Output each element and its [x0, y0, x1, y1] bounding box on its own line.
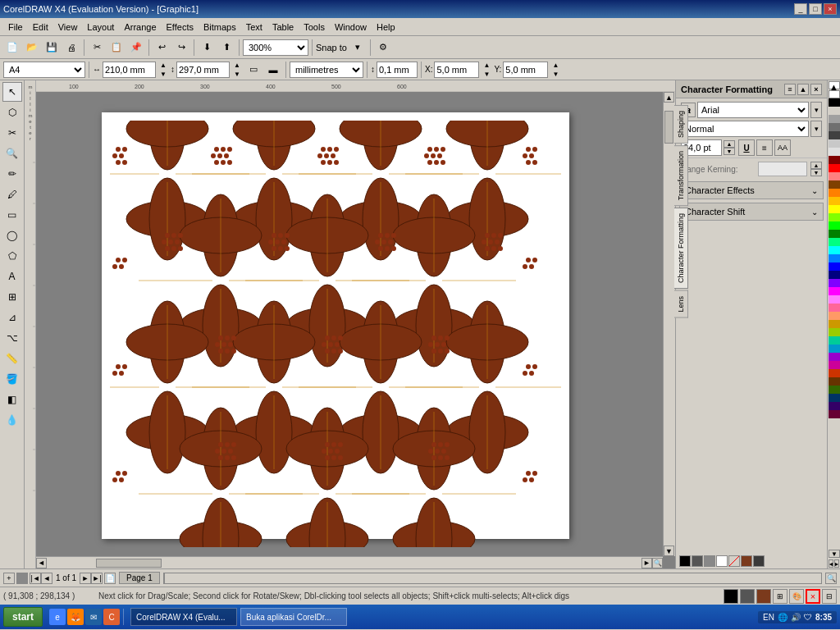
maximize-button[interactable]: □ — [809, 3, 822, 15]
options-button[interactable]: ⚙ — [374, 39, 392, 57]
color-darkgreen[interactable] — [829, 230, 840, 238]
color-gray4[interactable] — [829, 131, 840, 139]
white-swatch[interactable] — [716, 555, 728, 567]
x-down[interactable]: ▼ — [481, 70, 492, 79]
kerning-up-btn[interactable]: ▲ — [810, 162, 822, 169]
color-darkblue[interactable] — [829, 271, 840, 279]
transparency-tool[interactable]: ◧ — [2, 390, 22, 409]
color-darkred[interactable] — [829, 156, 840, 164]
taskbar-app2[interactable]: Buka aplikasi CorelDr... — [240, 608, 347, 626]
color-violet[interactable] — [829, 353, 840, 361]
bottom-brown-swatch[interactable] — [756, 589, 771, 604]
dropper-tool[interactable]: 💧 — [2, 410, 22, 430]
menu-window[interactable]: Window — [330, 21, 372, 34]
firefox-btn[interactable]: 🦊 — [67, 609, 84, 625]
zoom-status-btn[interactable]: 🔍 — [825, 573, 837, 584]
bottom-no-fill-btn[interactable]: × — [806, 589, 820, 604]
char-formatting-tab[interactable]: Character Formatting — [674, 208, 688, 289]
page-tab[interactable]: Page 1 — [119, 572, 160, 584]
palette-prev-btn[interactable]: ◄ — [829, 559, 833, 568]
palette-scroll-up[interactable]: ▲ — [829, 81, 840, 89]
color-maroon[interactable] — [829, 410, 840, 418]
color-white[interactable] — [829, 90, 840, 98]
y-up[interactable]: ▲ — [550, 61, 561, 70]
next-page-btn[interactable]: ► — [80, 573, 91, 584]
underline-btn[interactable]: U — [738, 139, 755, 156]
menu-file[interactable]: File — [3, 21, 28, 34]
open-button[interactable]: 📂 — [23, 39, 41, 57]
caps-btn[interactable]: AA — [774, 139, 791, 156]
dark-swatch[interactable] — [753, 555, 765, 567]
scroll-down-btn[interactable]: ▼ — [664, 546, 674, 556]
undo-button[interactable]: ↩ — [153, 39, 171, 57]
menu-tools[interactable]: Tools — [299, 21, 330, 34]
font-style-combo[interactable]: Normal — [681, 121, 809, 137]
color-lime[interactable] — [829, 328, 840, 336]
shaping-tab[interactable]: Shaping — [674, 105, 688, 144]
close-button[interactable]: × — [824, 3, 837, 15]
gray-swatch[interactable] — [692, 555, 703, 567]
vscroll-thumb[interactable] — [664, 111, 673, 144]
no-fill-swatch[interactable] — [728, 555, 740, 567]
fill-tool[interactable]: 🪣 — [2, 369, 22, 389]
color-rose[interactable] — [829, 304, 840, 312]
menu-edit[interactable]: Edit — [28, 21, 53, 34]
landscape-btn[interactable]: ▬ — [264, 61, 282, 79]
scroll-up-btn[interactable]: ▲ — [664, 92, 674, 103]
size-up-btn[interactable]: ▲ — [724, 140, 735, 148]
height-up[interactable]: ▲ — [231, 61, 243, 70]
parallel-tool[interactable]: ⊿ — [2, 308, 22, 327]
font-name-combo[interactable]: Arial — [697, 102, 809, 118]
menu-help[interactable]: Help — [372, 21, 400, 34]
start-button[interactable]: start — [3, 607, 43, 627]
menu-arrange[interactable]: Arrange — [119, 21, 161, 34]
color-red[interactable] — [829, 164, 840, 172]
y-down[interactable]: ▼ — [550, 70, 561, 79]
style-dropdown-btn[interactable]: ▾ — [810, 121, 822, 137]
transformation-tab[interactable]: Transformation — [674, 145, 688, 206]
zoom-combo[interactable]: 300% — [243, 39, 308, 56]
width-down[interactable]: ▼ — [158, 70, 169, 79]
color-gray5[interactable] — [829, 139, 840, 148]
cdr-quick-btn[interactable]: C — [103, 609, 120, 625]
taskbar-app1[interactable]: CorelDRAW X4 (Evalu... — [130, 608, 237, 626]
new-button[interactable]: 📄 — [3, 39, 21, 57]
hscrollbar[interactable]: ◄ ► 🔍 — [36, 556, 663, 568]
kerning-down-btn[interactable]: ▼ — [810, 169, 822, 176]
panel-close-btn[interactable]: × — [810, 84, 822, 95]
cut-button[interactable]: ✂ — [88, 39, 106, 57]
ellipse-tool[interactable]: ◯ — [2, 226, 22, 245]
size-down-btn[interactable]: ▼ — [724, 148, 735, 155]
color-sky[interactable] — [829, 345, 840, 353]
rectangle-tool[interactable]: ▭ — [2, 205, 22, 225]
lens-tab[interactable]: Lens — [674, 290, 688, 318]
measure-tool[interactable]: 📏 — [2, 349, 22, 368]
panel-up-btn[interactable]: ▲ — [797, 84, 809, 95]
palette-next-btn[interactable]: ► — [834, 559, 839, 568]
scroll-left-btn[interactable]: ◄ — [36, 558, 47, 568]
smartdraw-tool[interactable]: 🖊 — [2, 185, 22, 204]
redo-button[interactable]: ↪ — [172, 39, 190, 57]
character-effects-header[interactable]: Character Effects ⌄ — [679, 181, 824, 199]
color-brick[interactable] — [829, 369, 840, 377]
first-page-btn[interactable]: |◄ — [30, 573, 41, 584]
portrait-btn[interactable]: ▭ — [244, 61, 262, 79]
color-magenta[interactable] — [829, 287, 840, 295]
outlook-btn[interactable]: ✉ — [85, 609, 102, 625]
color-gray2[interactable] — [829, 115, 840, 123]
character-shift-header[interactable]: Character Shift ⌄ — [679, 203, 824, 221]
color-navy[interactable] — [829, 394, 840, 402]
save-button[interactable]: 💾 — [43, 39, 61, 57]
menu-table[interactable]: Table — [267, 21, 299, 34]
menu-effects[interactable]: Effects — [162, 21, 199, 34]
color-purple[interactable] — [829, 279, 840, 287]
connector-tool[interactable]: ⌥ — [2, 328, 22, 348]
polygon-tool[interactable]: ⬠ — [2, 246, 22, 266]
black-swatch[interactable] — [679, 555, 691, 567]
export-button[interactable]: ⬆ — [217, 39, 235, 57]
bottom-color-btn[interactable]: 🎨 — [789, 589, 804, 604]
x-up[interactable]: ▲ — [481, 61, 492, 70]
color-darkorange[interactable] — [829, 180, 840, 189]
med-gray-swatch[interactable] — [704, 555, 715, 567]
align-left-btn[interactable]: ≡ — [756, 139, 773, 156]
